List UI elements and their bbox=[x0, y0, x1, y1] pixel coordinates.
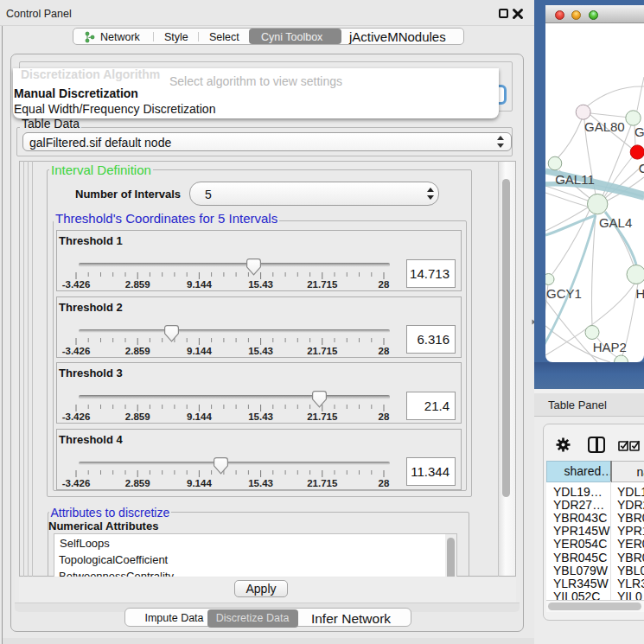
svg-text:C: C bbox=[639, 161, 644, 175]
svg-text:HI: HI bbox=[636, 286, 644, 301]
svg-text:GAL4: GAL4 bbox=[599, 215, 632, 230]
svg-text:GCY1: GCY1 bbox=[546, 286, 582, 301]
svg-text:HAP2: HAP2 bbox=[593, 340, 627, 354]
svg-text:GA: GA bbox=[634, 124, 644, 139]
svg-text:GAL80: GAL80 bbox=[584, 119, 625, 134]
svg-text:GAL11: GAL11 bbox=[555, 172, 595, 187]
